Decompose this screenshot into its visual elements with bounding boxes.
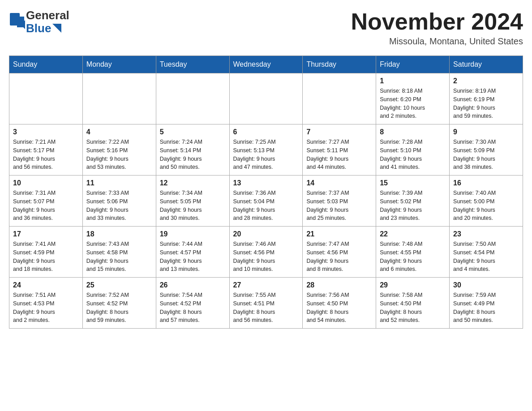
calendar-cell: 13Sunrise: 7:36 AM Sunset: 5:04 PM Dayli… (229, 176, 303, 227)
calendar-cell: 1Sunrise: 8:18 AM Sunset: 6:20 PM Daylig… (376, 73, 450, 124)
day-info: Sunrise: 7:33 AM Sunset: 5:06 PM Dayligh… (86, 189, 152, 223)
day-number: 3 (13, 128, 79, 136)
day-number: 8 (380, 128, 446, 136)
calendar-week-row: 10Sunrise: 7:31 AM Sunset: 5:07 PM Dayli… (9, 176, 523, 227)
calendar-week-row: 24Sunrise: 7:51 AM Sunset: 4:53 PM Dayli… (9, 278, 523, 329)
calendar-cell: 25Sunrise: 7:52 AM Sunset: 4:52 PM Dayli… (82, 278, 156, 329)
day-number: 10 (13, 179, 79, 187)
calendar-cell: 8Sunrise: 7:28 AM Sunset: 5:10 PM Daylig… (376, 124, 450, 176)
calendar-cell: 7Sunrise: 7:27 AM Sunset: 5:11 PM Daylig… (303, 124, 376, 176)
day-info: Sunrise: 7:30 AM Sunset: 5:09 PM Dayligh… (453, 138, 519, 171)
logo-blue-text: Blue (26, 22, 69, 35)
calendar-cell (156, 73, 229, 124)
day-number: 14 (306, 179, 372, 187)
calendar-cell: 30Sunrise: 7:59 AM Sunset: 4:49 PM Dayli… (450, 278, 523, 329)
weekday-header-row: SundayMondayTuesdayWednesdayThursdayFrid… (9, 56, 523, 73)
calendar-cell: 3Sunrise: 7:21 AM Sunset: 5:17 PM Daylig… (9, 124, 83, 176)
day-info: Sunrise: 7:51 AM Sunset: 4:53 PM Dayligh… (13, 291, 79, 325)
weekday-header-monday: Monday (82, 56, 156, 73)
calendar-cell: 22Sunrise: 7:48 AM Sunset: 4:55 PM Dayli… (376, 227, 450, 278)
logo: General Blue (9, 9, 69, 34)
calendar-cell: 18Sunrise: 7:43 AM Sunset: 4:58 PM Dayli… (82, 227, 156, 278)
day-info: Sunrise: 7:46 AM Sunset: 4:56 PM Dayligh… (233, 240, 299, 274)
day-info: Sunrise: 7:37 AM Sunset: 5:03 PM Dayligh… (306, 189, 372, 223)
day-number: 29 (380, 281, 446, 289)
day-info: Sunrise: 7:50 AM Sunset: 4:54 PM Dayligh… (453, 240, 519, 274)
day-number: 25 (86, 281, 152, 289)
day-info: Sunrise: 7:58 AM Sunset: 4:50 PM Dayligh… (380, 291, 446, 325)
day-info: Sunrise: 7:25 AM Sunset: 5:13 PM Dayligh… (233, 138, 299, 171)
weekday-header-saturday: Saturday (450, 56, 523, 73)
day-info: Sunrise: 7:56 AM Sunset: 4:50 PM Dayligh… (306, 291, 372, 325)
day-info: Sunrise: 7:24 AM Sunset: 5:14 PM Dayligh… (160, 138, 226, 171)
day-number: 28 (306, 281, 372, 289)
calendar-week-row: 17Sunrise: 7:41 AM Sunset: 4:59 PM Dayli… (9, 227, 523, 278)
calendar-cell: 16Sunrise: 7:40 AM Sunset: 5:00 PM Dayli… (450, 176, 523, 227)
day-number: 1 (380, 77, 446, 85)
calendar-cell (229, 73, 303, 124)
day-info: Sunrise: 7:48 AM Sunset: 4:55 PM Dayligh… (380, 240, 446, 274)
day-number: 16 (453, 179, 519, 187)
calendar-cell: 23Sunrise: 7:50 AM Sunset: 4:54 PM Dayli… (450, 227, 523, 278)
day-number: 18 (86, 230, 152, 238)
calendar-cell: 26Sunrise: 7:54 AM Sunset: 4:52 PM Dayli… (156, 278, 229, 329)
page-header: General Blue November 2024 Missoula, Mon… (9, 9, 523, 47)
day-number: 9 (453, 128, 519, 136)
weekday-header-sunday: Sunday (9, 56, 83, 73)
day-info: Sunrise: 7:36 AM Sunset: 5:04 PM Dayligh… (233, 189, 299, 223)
calendar-cell: 24Sunrise: 7:51 AM Sunset: 4:53 PM Dayli… (9, 278, 83, 329)
calendar-cell: 14Sunrise: 7:37 AM Sunset: 5:03 PM Dayli… (303, 176, 376, 227)
calendar-cell (9, 73, 83, 124)
day-number: 26 (160, 281, 226, 289)
day-info: Sunrise: 7:47 AM Sunset: 4:56 PM Dayligh… (306, 240, 372, 274)
day-number: 11 (86, 179, 152, 187)
day-number: 12 (160, 179, 226, 187)
calendar-week-row: 1Sunrise: 8:18 AM Sunset: 6:20 PM Daylig… (9, 73, 523, 124)
day-info: Sunrise: 7:27 AM Sunset: 5:11 PM Dayligh… (306, 138, 372, 171)
calendar-cell: 6Sunrise: 7:25 AM Sunset: 5:13 PM Daylig… (229, 124, 303, 176)
weekday-header-wednesday: Wednesday (229, 56, 303, 73)
calendar-cell: 21Sunrise: 7:47 AM Sunset: 4:56 PM Dayli… (303, 227, 376, 278)
calendar-cell: 10Sunrise: 7:31 AM Sunset: 5:07 PM Dayli… (9, 176, 83, 227)
day-number: 15 (380, 179, 446, 187)
logo-general-text: General (26, 9, 69, 22)
day-info: Sunrise: 7:44 AM Sunset: 4:57 PM Dayligh… (160, 240, 226, 274)
day-info: Sunrise: 7:59 AM Sunset: 4:49 PM Dayligh… (453, 291, 519, 325)
day-number: 20 (233, 230, 299, 238)
calendar-cell: 11Sunrise: 7:33 AM Sunset: 5:06 PM Dayli… (82, 176, 156, 227)
logo-arrow-icon (52, 24, 61, 33)
day-number: 5 (160, 128, 226, 136)
weekday-header-friday: Friday (376, 56, 450, 73)
calendar-cell: 9Sunrise: 7:30 AM Sunset: 5:09 PM Daylig… (450, 124, 523, 176)
title-section: November 2024 Missoula, Montana, United … (351, 9, 523, 47)
calendar-cell: 2Sunrise: 8:19 AM Sunset: 6:19 PM Daylig… (450, 73, 523, 124)
day-info: Sunrise: 8:19 AM Sunset: 6:19 PM Dayligh… (453, 87, 519, 120)
day-info: Sunrise: 7:22 AM Sunset: 5:16 PM Dayligh… (86, 138, 152, 171)
month-title: November 2024 (351, 9, 523, 34)
weekday-header-thursday: Thursday (303, 56, 376, 73)
calendar-cell: 19Sunrise: 7:44 AM Sunset: 4:57 PM Dayli… (156, 227, 229, 278)
calendar-cell: 29Sunrise: 7:58 AM Sunset: 4:50 PM Dayli… (376, 278, 450, 329)
day-info: Sunrise: 7:54 AM Sunset: 4:52 PM Dayligh… (160, 291, 226, 325)
day-number: 23 (453, 230, 519, 238)
day-number: 13 (233, 179, 299, 187)
day-number: 6 (233, 128, 299, 136)
calendar-cell: 27Sunrise: 7:55 AM Sunset: 4:51 PM Dayli… (229, 278, 303, 329)
day-info: Sunrise: 8:18 AM Sunset: 6:20 PM Dayligh… (380, 87, 446, 120)
day-info: Sunrise: 7:34 AM Sunset: 5:05 PM Dayligh… (160, 189, 226, 223)
day-number: 7 (306, 128, 372, 136)
day-number: 22 (380, 230, 446, 238)
day-number: 27 (233, 281, 299, 289)
day-number: 30 (453, 281, 519, 289)
day-info: Sunrise: 7:41 AM Sunset: 4:59 PM Dayligh… (13, 240, 79, 274)
calendar-cell: 12Sunrise: 7:34 AM Sunset: 5:05 PM Dayli… (156, 176, 229, 227)
calendar-week-row: 3Sunrise: 7:21 AM Sunset: 5:17 PM Daylig… (9, 124, 523, 176)
day-info: Sunrise: 7:28 AM Sunset: 5:10 PM Dayligh… (380, 138, 446, 171)
calendar-cell: 5Sunrise: 7:24 AM Sunset: 5:14 PM Daylig… (156, 124, 229, 176)
day-info: Sunrise: 7:52 AM Sunset: 4:52 PM Dayligh… (86, 291, 152, 325)
logo-icon (9, 12, 25, 32)
calendar-cell (82, 73, 156, 124)
day-info: Sunrise: 7:55 AM Sunset: 4:51 PM Dayligh… (233, 291, 299, 325)
calendar-cell: 4Sunrise: 7:22 AM Sunset: 5:16 PM Daylig… (82, 124, 156, 176)
calendar-cell (303, 73, 376, 124)
